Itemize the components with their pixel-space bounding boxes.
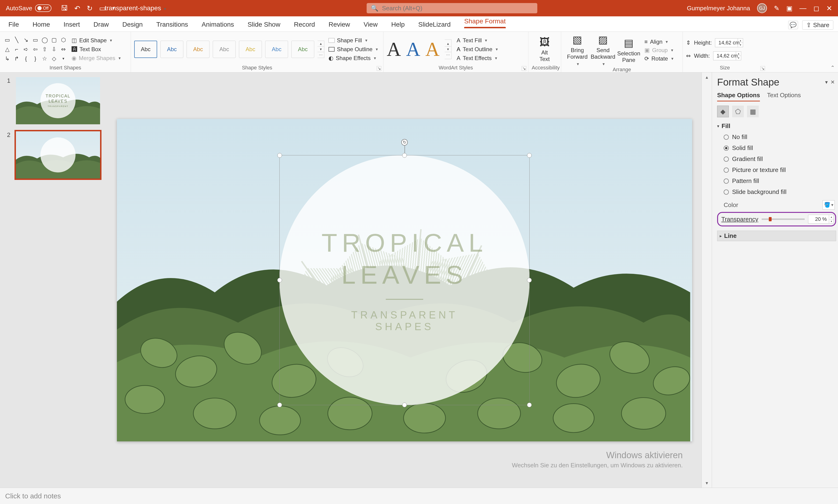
shape-arrow-d-icon[interactable]: ⇩ bbox=[50, 45, 58, 53]
gallery-down-icon[interactable]: ▾ bbox=[317, 47, 324, 52]
shape-fill-button[interactable]: Shape Fill▾ bbox=[329, 37, 378, 44]
panel-close-icon[interactable]: ✕ bbox=[829, 78, 836, 87]
shape-style-5[interactable]: Abc bbox=[239, 41, 262, 58]
text-effects-button[interactable]: AText Effects▾ bbox=[457, 55, 498, 61]
slide-canvas[interactable]: TROPICAL LEAVES TRANSPARENTSHAPES bbox=[117, 119, 692, 442]
shape-line-icon[interactable]: ╲ bbox=[13, 36, 21, 44]
resize-handle[interactable] bbox=[277, 402, 282, 407]
selection-bounding-box[interactable] bbox=[279, 155, 529, 405]
spin-up-icon[interactable]: ▴ bbox=[738, 39, 743, 43]
text-outline-button[interactable]: AText Outline▾ bbox=[457, 46, 498, 53]
effects-tab-icon[interactable]: ⬠ bbox=[732, 106, 744, 117]
radio-pattern-fill[interactable]: Pattern fill bbox=[724, 177, 836, 185]
ribbon-display-icon[interactable]: ▣ bbox=[786, 4, 792, 12]
tab-draw[interactable]: Draw bbox=[92, 21, 110, 32]
height-input[interactable]: 14,62 cm▴▾ bbox=[715, 38, 743, 47]
search-box[interactable]: 🔍 bbox=[367, 3, 537, 13]
share-button[interactable]: ⇪Share bbox=[802, 20, 833, 30]
radio-no-fill[interactable]: No fill bbox=[724, 133, 836, 141]
slide-editor[interactable]: TROPICAL LEAVES TRANSPARENTSHAPES bbox=[108, 72, 701, 488]
tab-animations[interactable]: Animations bbox=[200, 21, 235, 32]
shape-arrow-line-icon[interactable]: ↘ bbox=[22, 36, 30, 44]
text-box-button[interactable]: 🅰Text Box bbox=[72, 46, 121, 53]
resize-handle[interactable] bbox=[402, 402, 407, 407]
shapes-more-icon[interactable]: ▾ bbox=[59, 55, 67, 62]
selection-pane-button[interactable]: ▤Selection Pane bbox=[616, 37, 642, 63]
text-fill-button[interactable]: AText Fill▾ bbox=[457, 37, 498, 44]
shape-hexagon-icon[interactable]: ⬡ bbox=[59, 36, 67, 44]
shape-arrow-u-icon[interactable]: ⇧ bbox=[41, 45, 49, 53]
shape-style-2[interactable]: Abc bbox=[160, 41, 183, 58]
slide-thumbnail-1[interactable]: TROPICALLEAVESTRANSPARENT bbox=[16, 77, 100, 124]
shape-arrow-l-icon[interactable]: ⇦ bbox=[31, 45, 39, 53]
wordart-style-3[interactable]: A bbox=[425, 39, 440, 59]
resize-handle[interactable] bbox=[402, 153, 407, 158]
spin-up-icon[interactable]: ▴ bbox=[829, 215, 834, 219]
tab-home[interactable]: Home bbox=[31, 21, 51, 32]
shape-rect-icon[interactable]: ▭ bbox=[31, 36, 39, 44]
section-fill[interactable]: ▾ Fill bbox=[717, 123, 836, 130]
shape-style-6[interactable]: Abc bbox=[265, 41, 288, 58]
shape-arrow-r-icon[interactable]: ➪ bbox=[22, 45, 30, 53]
notes-pane[interactable]: Click to add notes bbox=[0, 488, 838, 504]
shape-effects-button[interactable]: ◐Shape Effects▾ bbox=[329, 55, 378, 61]
tab-view[interactable]: View bbox=[362, 21, 379, 32]
rotate-button[interactable]: ⟳Rotate▾ bbox=[644, 55, 674, 62]
resize-handle[interactable] bbox=[277, 153, 282, 158]
save-icon[interactable]: 🖫 bbox=[61, 4, 68, 12]
tab-design[interactable]: Design bbox=[121, 21, 144, 32]
shape-star-icon[interactable]: ☆ bbox=[41, 55, 49, 62]
transparency-input[interactable]: 20 %▴▾ bbox=[808, 215, 834, 223]
comments-button[interactable]: 💬 bbox=[788, 21, 798, 29]
document-name[interactable]: transparent-shapes ▾ bbox=[105, 4, 166, 12]
shape-style-4[interactable]: Abc bbox=[213, 41, 236, 58]
resize-handle[interactable] bbox=[527, 278, 532, 283]
edit-shape-button[interactable]: ◫Edit Shape▾ bbox=[72, 37, 121, 44]
alt-text-button[interactable]: 🖼 Alt Text bbox=[532, 36, 557, 62]
spin-down-icon[interactable]: ▾ bbox=[736, 56, 741, 60]
undo-icon[interactable]: ↶ bbox=[74, 4, 80, 12]
dialog-launcher-icon[interactable]: ↘ bbox=[761, 66, 765, 71]
shape-callout-icon[interactable]: ◇ bbox=[50, 55, 58, 62]
shape-style-1[interactable]: Abc bbox=[134, 41, 157, 58]
wordart-style-1[interactable]: A bbox=[387, 39, 401, 59]
spin-down-icon[interactable]: ▾ bbox=[829, 219, 834, 223]
spin-down-icon[interactable]: ▾ bbox=[738, 43, 743, 47]
slide-thumbnail-2[interactable] bbox=[16, 131, 100, 179]
fill-line-tab-icon[interactable]: ◆ bbox=[717, 106, 729, 117]
editor-scrollbar[interactable]: ▴ ▾ bbox=[701, 72, 712, 488]
gallery-more-icon[interactable]: ⋯ bbox=[317, 52, 324, 58]
scroll-up-icon[interactable]: ▴ bbox=[702, 72, 712, 82]
panel-tab-text-options[interactable]: Text Options bbox=[767, 92, 801, 102]
dialog-launcher-icon[interactable]: ↘ bbox=[377, 66, 381, 71]
shape-connector2-icon[interactable]: ↱ bbox=[13, 55, 21, 62]
shape-style-7[interactable]: Abc bbox=[291, 41, 314, 58]
size-properties-tab-icon[interactable]: ▦ bbox=[747, 106, 759, 117]
redo-icon[interactable]: ↻ bbox=[87, 4, 92, 12]
section-line[interactable]: ▸ Line bbox=[717, 231, 836, 241]
shape-brace-r-icon[interactable]: } bbox=[31, 55, 39, 62]
radio-slide-bg-fill[interactable]: Slide background fill bbox=[724, 188, 836, 196]
shape-textbox-icon[interactable]: ▭ bbox=[3, 36, 11, 44]
panel-options-icon[interactable]: ▾ bbox=[824, 78, 829, 87]
shape-oval-icon[interactable]: ◯ bbox=[41, 36, 49, 44]
tab-transitions[interactable]: Transitions bbox=[155, 21, 189, 32]
tab-insert[interactable]: Insert bbox=[62, 21, 81, 32]
gallery-more-icon[interactable]: ⋯ bbox=[445, 52, 451, 58]
search-input[interactable] bbox=[382, 5, 533, 12]
spin-up-icon[interactable]: ▴ bbox=[736, 52, 741, 56]
tab-slidelizard[interactable]: SlideLizard bbox=[417, 21, 452, 32]
radio-gradient-fill[interactable]: Gradient fill bbox=[724, 156, 836, 163]
dialog-launcher-icon[interactable]: ↘ bbox=[522, 66, 526, 71]
maximize-button[interactable]: ◻ bbox=[814, 4, 819, 12]
gallery-down-icon[interactable]: ▾ bbox=[445, 47, 451, 52]
autosave-toggle[interactable]: AutoSave Off bbox=[6, 4, 51, 12]
tab-record[interactable]: Record bbox=[293, 21, 316, 32]
shape-l-icon[interactable]: ⌐ bbox=[13, 45, 21, 53]
width-input[interactable]: 14,62 cm▴▾ bbox=[713, 51, 741, 60]
transparency-slider[interactable] bbox=[762, 218, 805, 220]
gallery-up-icon[interactable]: ▴ bbox=[445, 41, 451, 47]
color-picker-button[interactable]: 🪣▾ bbox=[823, 200, 835, 210]
minimize-button[interactable]: — bbox=[799, 4, 806, 12]
shape-styles-gallery[interactable]: Abc Abc Abc Abc Abc Abc Abc ▴▾⋯ bbox=[134, 41, 324, 58]
